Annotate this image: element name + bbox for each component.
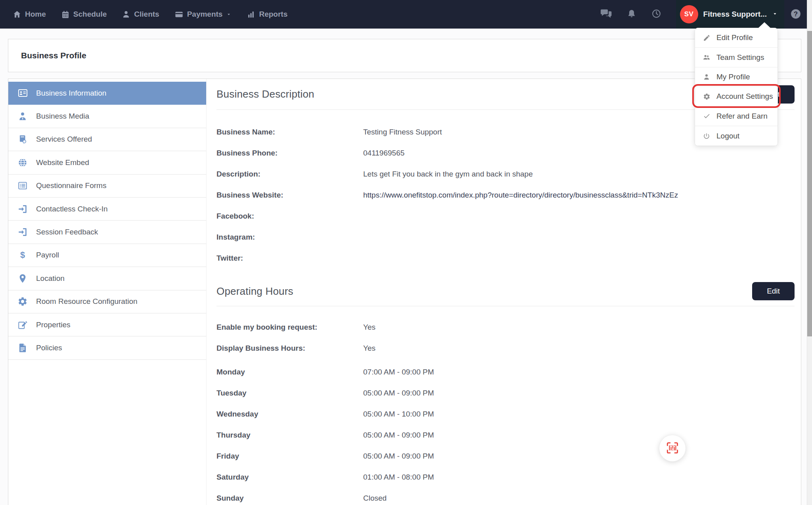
- menu-item-edit-profile[interactable]: Edit Profile: [695, 28, 778, 48]
- question-circle-icon: ?: [790, 8, 802, 21]
- nav-item-schedule[interactable]: Schedule: [61, 10, 107, 19]
- field-row-description: Description: Lets get Fit you back in th…: [216, 163, 795, 184]
- day-hours: 05:00 AM - 10:00 PM: [363, 410, 434, 419]
- page-scrollbar[interactable]: [807, 0, 812, 505]
- scrollbar-thumb[interactable]: [807, 31, 812, 336]
- bell-icon: [626, 9, 637, 20]
- operating-hours-section-header: Operating Hours Edit: [216, 277, 795, 306]
- sidebar-item-label: Business Media: [36, 112, 89, 121]
- user-dropdown-menu: Edit Profile Team Settings My Profile Ac…: [695, 28, 778, 146]
- field-label: Enable my booking request:: [216, 323, 363, 332]
- globe-icon: [15, 157, 30, 168]
- settings-sidebar: Business Information Business Media Serv…: [8, 79, 207, 505]
- sign-in-icon: [15, 227, 30, 237]
- user-icon: [703, 73, 710, 81]
- menu-item-label: Team Settings: [716, 53, 764, 62]
- gear-icon: [15, 296, 30, 307]
- field-label: Twitter:: [216, 254, 363, 263]
- menu-item-account-settings[interactable]: Account Settings: [695, 87, 778, 106]
- history-button[interactable]: [651, 8, 662, 20]
- nav-item-reports[interactable]: Reports: [247, 10, 287, 19]
- list-icon: [15, 180, 30, 191]
- barcode-scan-fab[interactable]: [659, 435, 686, 461]
- day-row-tuesday: Tuesday 05:00 AM - 09:00 PM: [216, 382, 795, 403]
- check-icon: [703, 112, 710, 120]
- day-label: Thursday: [216, 431, 363, 440]
- chevron-down-icon: [226, 12, 232, 17]
- team-icon: [703, 53, 710, 61]
- sidebar-item-label: Location: [36, 274, 65, 283]
- sidebar-item-business-information[interactable]: Business Information: [8, 82, 206, 105]
- menu-item-my-profile[interactable]: My Profile: [695, 67, 778, 87]
- menu-item-refer-and-earn[interactable]: Refer and Earn: [695, 107, 778, 126]
- sidebar-item-payroll[interactable]: $ Payroll: [8, 244, 206, 267]
- sidebar-item-services-offered[interactable]: Services Offered: [8, 128, 206, 151]
- field-value: Testing Fitness Support: [363, 128, 442, 136]
- sidebar-item-label: Contactless Check-In: [36, 205, 108, 213]
- file-icon: [15, 343, 30, 353]
- menu-item-label: Logout: [716, 132, 739, 140]
- day-label: Sunday: [216, 494, 363, 503]
- navbar-right: SV Fitness Support... ?: [600, 0, 812, 29]
- day-hours: 05:00 AM - 09:00 PM: [363, 452, 434, 461]
- menu-item-logout[interactable]: Logout: [695, 126, 778, 146]
- sidebar-item-questionnaire-forms[interactable]: Questionnaire Forms: [8, 175, 206, 198]
- field-label: Instagram:: [216, 233, 363, 242]
- day-label: Friday: [216, 452, 363, 461]
- sidebar-item-properties[interactable]: Properties: [8, 313, 206, 336]
- menu-item-team-settings[interactable]: Team Settings: [695, 48, 778, 67]
- page-title: Business Profile: [21, 51, 86, 60]
- field-row-enable-booking-request: Enable my booking request: Yes: [216, 317, 795, 338]
- reports-icon: [247, 10, 255, 19]
- sidebar-item-contactless-check-in[interactable]: Contactless Check-In: [8, 198, 206, 221]
- payments-icon: [174, 10, 184, 19]
- sidebar-item-business-media[interactable]: Business Media: [8, 105, 206, 128]
- day-label: Wednesday: [216, 410, 363, 419]
- section-title: Business Description: [216, 88, 314, 100]
- screen: Home Schedule Clients Payments Reports: [0, 0, 812, 505]
- sidebar-item-location[interactable]: Location: [8, 267, 206, 290]
- svg-text:?: ?: [794, 10, 798, 17]
- menu-item-label: Account Settings: [716, 92, 773, 101]
- day-row-saturday: Saturday 01:00 AM - 08:00 PM: [216, 467, 795, 488]
- field-value: 0411969565: [363, 149, 404, 157]
- chevron-down-icon: [772, 10, 778, 19]
- chat-icon: [600, 9, 612, 20]
- map-marker-icon: [15, 273, 30, 284]
- day-row-monday: Monday 07:00 AM - 09:00 PM: [216, 361, 795, 382]
- business-website-link[interactable]: https://www.onefitstop.com/index.php?rou…: [363, 191, 678, 200]
- book-comment-icon: [15, 134, 30, 144]
- messages-button[interactable]: [600, 9, 612, 20]
- sidebar-item-website-embed[interactable]: Website Embed: [8, 151, 206, 174]
- help-button[interactable]: ?: [790, 8, 802, 21]
- sidebar-item-label: Policies: [36, 344, 62, 352]
- sidebar-item-label: Business Information: [36, 89, 106, 98]
- operating-hours-days: Monday 07:00 AM - 09:00 PM Tuesday 05:00…: [216, 361, 795, 505]
- section-title: Operating Hours: [216, 285, 293, 298]
- sidebar-item-label: Session Feedback: [36, 228, 98, 236]
- field-row-twitter: Twitter:: [216, 248, 795, 269]
- sidebar-item-label: Payroll: [36, 251, 59, 259]
- sidebar-item-label: Properties: [36, 321, 71, 329]
- field-label: Display Business Hours:: [216, 344, 363, 353]
- power-icon: [703, 132, 710, 140]
- nav-item-clients[interactable]: Clients: [122, 10, 159, 19]
- sidebar-item-policies[interactable]: Policies: [8, 336, 206, 359]
- notifications-button[interactable]: [626, 9, 637, 20]
- operating-hours-edit-button[interactable]: Edit: [752, 282, 795, 300]
- sidebar-item-session-feedback[interactable]: Session Feedback: [8, 221, 206, 244]
- field-label: Description:: [216, 170, 363, 179]
- field-label: Business Website:: [216, 191, 363, 200]
- field-label: Business Phone:: [216, 149, 363, 157]
- edit-icon: [15, 320, 30, 330]
- day-hours: 01:00 AM - 08:00 PM: [363, 473, 434, 482]
- nav-item-home[interactable]: Home: [13, 10, 46, 19]
- avatar: SV: [680, 5, 698, 23]
- sidebar-item-room-resource-configuration[interactable]: Room Resource Configuration: [8, 290, 206, 313]
- gear-icon: [703, 93, 710, 100]
- sidebar-item-label: Questionnaire Forms: [36, 181, 106, 190]
- barcode-scan-icon: [665, 440, 680, 457]
- sidebar-item-label: Website Embed: [36, 158, 89, 167]
- sidebar-item-label: Services Offered: [36, 135, 92, 144]
- nav-item-payments[interactable]: Payments: [174, 10, 232, 19]
